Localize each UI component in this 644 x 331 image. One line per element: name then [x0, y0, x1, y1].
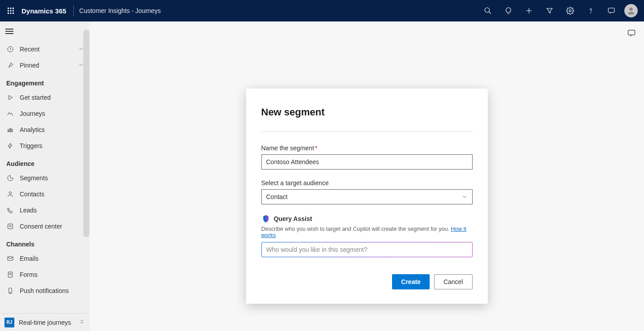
svg-rect-2 [13, 8, 14, 9]
dialog-title: New segment [261, 106, 473, 118]
audience-value: Contact [266, 193, 288, 200]
svg-rect-18 [8, 130, 9, 132]
chevron-updown-icon [79, 318, 85, 327]
sidebar-item-segments[interactable]: Segments [0, 170, 90, 186]
sidebar-item-journeys[interactable]: Journeys [0, 106, 90, 122]
sidebar-item-label: Analytics [20, 126, 45, 133]
separator [73, 5, 74, 16]
triggers-icon [6, 142, 14, 150]
chat-icon[interactable] [601, 0, 622, 21]
query-assist-input-wrap [261, 242, 473, 257]
divider [261, 132, 473, 132]
target-audience-select[interactable]: Contact [261, 189, 473, 204]
top-bar: Dynamics 365 Customer Insights - Journey… [0, 0, 644, 21]
sidebar-item-label: Leads [20, 207, 37, 214]
svg-rect-15 [608, 8, 614, 13]
svg-point-13 [569, 10, 571, 12]
clock-icon [6, 45, 14, 53]
sidebar-item-pinned[interactable]: Pinned [0, 57, 90, 73]
segment-name-input[interactable] [261, 154, 473, 170]
emails-icon [6, 255, 14, 263]
sidebar-item-recent[interactable]: Recent [0, 41, 90, 57]
leads-icon [6, 206, 14, 214]
svg-rect-0 [8, 8, 9, 9]
query-assist-input[interactable] [262, 242, 472, 257]
segments-icon [6, 174, 14, 182]
query-assist-title: Query Assist [274, 215, 312, 222]
shell: Recent Pinned Engagement Get started Jou… [0, 21, 644, 331]
feedback-icon[interactable] [627, 29, 636, 39]
cancel-button[interactable]: Cancel [434, 274, 473, 289]
sidebar-toggle[interactable] [0, 21, 90, 41]
svg-rect-22 [8, 224, 13, 229]
brand-title[interactable]: Dynamics 365 [21, 7, 66, 15]
sidebar-item-label: Forms [20, 271, 38, 278]
section-header-engagement: Engagement [0, 73, 90, 89]
svg-rect-25 [8, 257, 13, 260]
sidebar-item-push-notifications[interactable]: Push notifications [0, 283, 90, 299]
sidebar-item-label: Recent [20, 46, 39, 53]
area-label: Real-time journeys [19, 319, 71, 326]
audience-field-group: Select a target audience Contact [261, 179, 473, 204]
settings-icon[interactable] [560, 0, 580, 21]
svg-rect-4 [10, 10, 12, 12]
name-label: Name the segment* [261, 144, 473, 152]
section-header-channels: Channels [0, 234, 90, 250]
search-icon[interactable] [478, 0, 498, 21]
scrollbar[interactable] [83, 30, 90, 237]
sidebar-item-label: Consent center [20, 223, 62, 230]
svg-point-16 [629, 8, 632, 11]
play-icon [6, 93, 14, 102]
pin-icon [6, 61, 14, 69]
sidebar-item-label: Push notifications [20, 287, 69, 294]
query-assist-heading: Query Assist [261, 214, 473, 223]
main-content: New segment Name the segment* Select a t… [90, 21, 644, 331]
sidebar-item-label: Emails [20, 255, 38, 262]
app-launcher-icon[interactable] [4, 4, 18, 18]
svg-rect-20 [12, 129, 13, 132]
svg-rect-8 [13, 13, 14, 14]
user-avatar[interactable] [624, 4, 638, 17]
sidebar-item-label: Pinned [20, 62, 39, 69]
sidebar-item-label: Contacts [20, 191, 44, 198]
sidebar-item-label: Get started [20, 94, 51, 101]
sidebar-item-consent-center[interactable]: Consent center [0, 218, 90, 234]
sidebar-item-triggers[interactable]: Triggers [0, 138, 90, 154]
sidebar-item-emails[interactable]: Emails [0, 250, 90, 267]
svg-point-9 [485, 8, 490, 13]
sidebar-item-leads[interactable]: Leads [0, 202, 90, 218]
sidebar-item-label: Journeys [20, 110, 45, 117]
svg-point-30 [10, 292, 10, 293]
app-subtitle[interactable]: Customer Insights - Journeys [79, 7, 161, 14]
add-icon[interactable] [519, 0, 539, 21]
svg-rect-1 [10, 8, 12, 9]
sidebar-item-forms[interactable]: Forms [0, 267, 90, 283]
push-icon [6, 287, 14, 295]
journeys-icon [6, 110, 14, 118]
sidebar-item-contacts[interactable]: Contacts [0, 186, 90, 202]
help-icon[interactable] [580, 0, 601, 21]
contacts-icon [6, 190, 14, 198]
forms-icon [6, 271, 14, 279]
filter-icon[interactable] [539, 0, 560, 21]
svg-rect-19 [10, 128, 11, 132]
svg-point-21 [9, 192, 11, 194]
area-switcher[interactable]: RJ Real-time journeys [0, 313, 90, 331]
svg-rect-6 [8, 13, 9, 14]
section-header-audience: Audience [0, 154, 90, 170]
svg-line-10 [489, 12, 491, 14]
consent-icon [6, 222, 14, 230]
lightbulb-icon[interactable] [498, 0, 519, 21]
svg-rect-7 [10, 13, 12, 14]
copilot-icon [261, 214, 270, 223]
sidebar: Recent Pinned Engagement Get started Jou… [0, 21, 90, 331]
sidebar-item-analytics[interactable]: Analytics [0, 122, 90, 138]
svg-point-14 [590, 13, 591, 13]
chevron-down-icon [461, 194, 468, 200]
sidebar-item-get-started[interactable]: Get started [0, 89, 90, 106]
sidebar-item-label: Segments [20, 174, 48, 182]
analytics-icon [6, 126, 14, 134]
create-button[interactable]: Create [392, 274, 430, 289]
query-assist-description: Describe who you wish to target and Copi… [261, 226, 473, 238]
svg-rect-31 [628, 30, 635, 35]
